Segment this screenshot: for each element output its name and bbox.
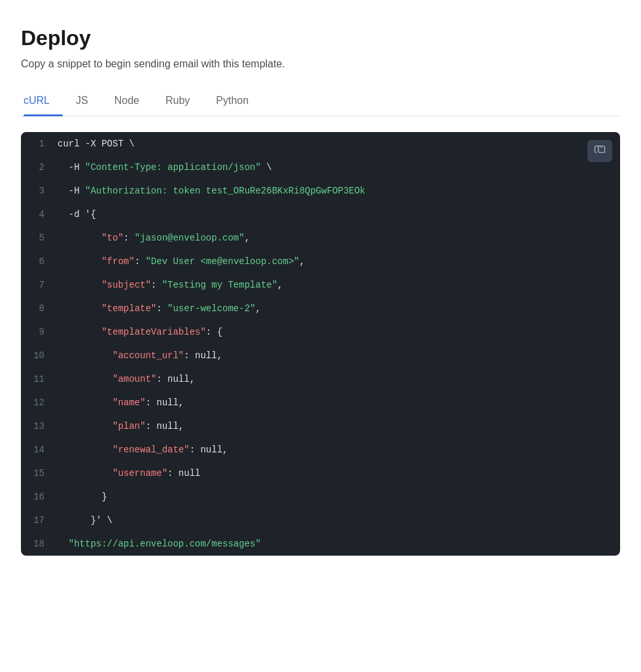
copy-button[interactable] <box>587 140 612 162</box>
line-content-14: "renewal_date": null, <box>52 438 233 462</box>
line-num-16: 16 <box>21 485 52 509</box>
line-content-10: "account_url": null, <box>52 344 228 367</box>
code-line-16: 16 } <box>21 485 620 509</box>
line-num-11: 11 <box>21 367 52 391</box>
code-line-15: 15 "username": null <box>21 462 620 485</box>
code-line-17: 17 }' \ <box>21 509 620 532</box>
line-content-11: "amount": null, <box>52 367 200 391</box>
line-content-4: -d '{ <box>52 203 101 226</box>
line-num-18: 18 <box>21 532 52 556</box>
code-line-8: 8 "template": "user-welcome-2", <box>21 297 620 320</box>
line-content-1: curl -X POST \ <box>52 132 140 156</box>
tab-python[interactable]: Python <box>203 86 262 116</box>
line-num-4: 4 <box>21 203 52 226</box>
line-content-17: }' \ <box>52 509 118 532</box>
line-num-14: 14 <box>21 438 52 462</box>
line-num-7: 7 <box>21 273 52 297</box>
code-line-11: 11 "amount": null, <box>21 367 620 391</box>
line-num-15: 15 <box>21 462 52 485</box>
line-content-3: -H "Authorization: token test_ORuRe26BKx… <box>52 179 371 203</box>
code-line-14: 14 "renewal_date": null, <box>21 438 620 462</box>
tabs-container: cURL JS Node Ruby Python <box>21 86 620 116</box>
line-num-5: 5 <box>21 226 52 250</box>
line-num-10: 10 <box>21 344 52 367</box>
code-line-1: 1 curl -X POST \ <box>21 132 620 156</box>
tab-node[interactable]: Node <box>101 86 152 116</box>
line-num-12: 12 <box>21 391 52 414</box>
code-line-4: 4 -d '{ <box>21 203 620 226</box>
line-num-6: 6 <box>21 250 52 273</box>
code-line-13: 13 "plan": null, <box>21 414 620 438</box>
line-num-1: 1 <box>21 132 52 156</box>
code-line-10: 10 "account_url": null, <box>21 344 620 367</box>
code-line-18: 18 "https://api.enveloop.com/messages" <box>21 532 620 556</box>
line-num-3: 3 <box>21 179 52 203</box>
line-content-12: "name": null, <box>52 391 189 414</box>
page-subtitle: Copy a snippet to begin sending email wi… <box>21 58 620 70</box>
line-num-8: 8 <box>21 297 52 320</box>
line-num-13: 13 <box>21 414 52 438</box>
line-content-13: "plan": null, <box>52 414 189 438</box>
line-num-2: 2 <box>21 156 52 179</box>
code-line-9: 9 "templateVariables": { <box>21 320 620 344</box>
line-num-9: 9 <box>21 320 52 344</box>
tab-ruby[interactable]: Ruby <box>152 86 203 116</box>
code-line-7: 7 "subject": "Testing my Template", <box>21 273 620 297</box>
line-content-9: "templateVariables": { <box>52 320 228 344</box>
line-content-7: "subject": "Testing my Template", <box>52 273 288 297</box>
tab-js[interactable]: JS <box>63 86 101 116</box>
line-content-2: -H "Content-Type: application/json" \ <box>52 156 277 179</box>
line-content-16: } <box>52 485 113 509</box>
line-content-6: "from": "Dev User <me@enveloop.com>", <box>52 250 310 273</box>
page-title: Deploy <box>21 26 620 50</box>
line-content-5: "to": "jason@enveloop.com", <box>52 226 255 250</box>
line-content-15: "username": null <box>52 462 205 485</box>
line-num-17: 17 <box>21 509 52 532</box>
code-line-2: 2 -H "Content-Type: application/json" \ <box>21 156 620 179</box>
tab-curl[interactable]: cURL <box>21 86 63 116</box>
code-block-wrapper: 1 curl -X POST \ 2 -H "Content-Type: app… <box>21 132 620 556</box>
code-line-12: 12 "name": null, <box>21 391 620 414</box>
code-line-3: 3 -H "Authorization: token test_ORuRe26B… <box>21 179 620 203</box>
page-container: Deploy Copy a snippet to begin sending e… <box>0 0 641 556</box>
code-line-5: 5 "to": "jason@enveloop.com", <box>21 226 620 250</box>
code-block: 1 curl -X POST \ 2 -H "Content-Type: app… <box>21 132 620 556</box>
line-content-8: "template": "user-welcome-2", <box>52 297 266 320</box>
code-line-6: 6 "from": "Dev User <me@enveloop.com>", <box>21 250 620 273</box>
clipboard-icon <box>594 145 606 157</box>
line-content-18: "https://api.enveloop.com/messages" <box>52 532 266 556</box>
